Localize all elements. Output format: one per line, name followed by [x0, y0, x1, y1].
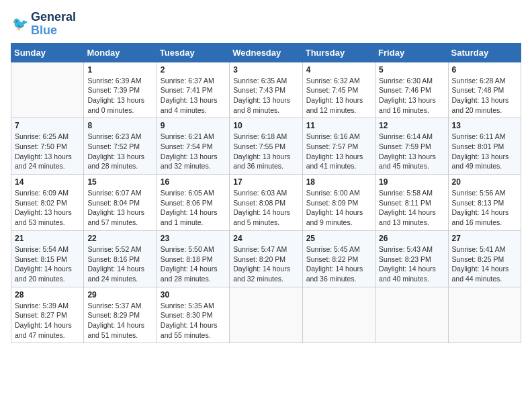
calendar-cell: 22Sunrise: 5:52 AM Sunset: 8:16 PM Dayli…: [84, 230, 157, 287]
day-number: 19: [379, 177, 444, 187]
calendar-cell: [375, 287, 448, 343]
day-info: Sunrise: 5:37 AM Sunset: 8:29 PM Dayligh…: [87, 301, 152, 340]
day-number: 27: [452, 234, 517, 243]
day-info: Sunrise: 6:30 AM Sunset: 7:46 PM Dayligh…: [379, 76, 444, 116]
day-number: 23: [161, 234, 226, 243]
day-info: Sunrise: 6:37 AM Sunset: 7:41 PM Dayligh…: [161, 76, 226, 116]
weekday-header-row: SundayMondayTuesdayWednesdayThursdayFrid…: [11, 43, 521, 62]
logo-icon: 🐦: [12, 15, 31, 34]
svg-text:🐦: 🐦: [12, 15, 29, 31]
day-number: 29: [87, 290, 152, 300]
day-number: 1: [87, 65, 152, 75]
day-number: 4: [306, 65, 371, 75]
day-info: Sunrise: 5:45 AM Sunset: 8:22 PM Dayligh…: [306, 244, 371, 284]
day-info: Sunrise: 6:35 AM Sunset: 7:43 PM Dayligh…: [233, 76, 298, 116]
calendar-cell: 4Sunrise: 6:32 AM Sunset: 7:45 PM Daylig…: [302, 62, 375, 118]
calendar-cell: 1Sunrise: 6:39 AM Sunset: 7:39 PM Daylig…: [84, 62, 157, 118]
calendar-cell: [230, 287, 302, 343]
day-number: 10: [233, 121, 298, 130]
calendar-cell: 13Sunrise: 6:11 AM Sunset: 8:01 PM Dayli…: [448, 118, 521, 175]
weekday-header-thursday: Thursday: [302, 43, 375, 62]
day-number: 11: [306, 121, 371, 130]
calendar-cell: 29Sunrise: 5:37 AM Sunset: 8:29 PM Dayli…: [84, 287, 157, 343]
logo: 🐦 GeneralBlue: [11, 11, 76, 38]
day-info: Sunrise: 6:03 AM Sunset: 8:08 PM Dayligh…: [233, 188, 298, 228]
day-number: 24: [233, 234, 298, 243]
calendar-cell: 8Sunrise: 6:23 AM Sunset: 7:52 PM Daylig…: [84, 118, 157, 175]
day-number: 22: [87, 234, 152, 243]
calendar-cell: 28Sunrise: 5:39 AM Sunset: 8:27 PM Dayli…: [11, 287, 84, 343]
day-info: Sunrise: 5:47 AM Sunset: 8:20 PM Dayligh…: [233, 244, 298, 284]
day-number: 12: [379, 121, 444, 130]
day-number: 20: [452, 177, 517, 187]
calendar-cell: 11Sunrise: 6:16 AM Sunset: 7:57 PM Dayli…: [302, 118, 375, 175]
day-info: Sunrise: 6:09 AM Sunset: 8:02 PM Dayligh…: [15, 188, 80, 228]
calendar-week-row: 14Sunrise: 6:09 AM Sunset: 8:02 PM Dayli…: [11, 175, 521, 231]
day-number: 21: [15, 234, 80, 243]
day-number: 30: [161, 290, 226, 300]
day-number: 18: [306, 177, 371, 187]
calendar-cell: 18Sunrise: 6:00 AM Sunset: 8:09 PM Dayli…: [302, 175, 375, 231]
day-number: 2: [161, 65, 226, 75]
day-number: 7: [15, 121, 80, 130]
day-info: Sunrise: 5:39 AM Sunset: 8:27 PM Dayligh…: [15, 301, 80, 340]
day-info: Sunrise: 6:18 AM Sunset: 7:55 PM Dayligh…: [233, 132, 298, 171]
calendar-week-row: 7Sunrise: 6:25 AM Sunset: 7:50 PM Daylig…: [11, 118, 521, 175]
day-number: 5: [379, 65, 444, 75]
weekday-header-saturday: Saturday: [448, 43, 521, 62]
day-number: 9: [161, 121, 226, 130]
weekday-header-monday: Monday: [84, 43, 157, 62]
calendar-cell: 23Sunrise: 5:50 AM Sunset: 8:18 PM Dayli…: [157, 230, 229, 287]
day-info: Sunrise: 6:21 AM Sunset: 7:54 PM Dayligh…: [161, 132, 226, 171]
day-number: 13: [452, 121, 517, 130]
calendar-cell: 2Sunrise: 6:37 AM Sunset: 7:41 PM Daylig…: [157, 62, 229, 118]
day-info: Sunrise: 5:50 AM Sunset: 8:18 PM Dayligh…: [161, 244, 226, 284]
calendar-cell: 10Sunrise: 6:18 AM Sunset: 7:55 PM Dayli…: [230, 118, 302, 175]
day-number: 25: [306, 234, 371, 243]
day-info: Sunrise: 5:58 AM Sunset: 8:11 PM Dayligh…: [379, 188, 444, 228]
day-info: Sunrise: 6:16 AM Sunset: 7:57 PM Dayligh…: [306, 132, 371, 171]
calendar-cell: 26Sunrise: 5:43 AM Sunset: 8:23 PM Dayli…: [375, 230, 448, 287]
calendar-cell: 3Sunrise: 6:35 AM Sunset: 7:43 PM Daylig…: [230, 62, 302, 118]
day-info: Sunrise: 5:41 AM Sunset: 8:25 PM Dayligh…: [452, 244, 517, 284]
day-info: Sunrise: 6:39 AM Sunset: 7:39 PM Dayligh…: [87, 76, 152, 116]
day-number: 6: [452, 65, 517, 75]
day-info: Sunrise: 5:56 AM Sunset: 8:13 PM Dayligh…: [452, 188, 517, 228]
day-number: 3: [233, 65, 298, 75]
weekday-header-tuesday: Tuesday: [157, 43, 229, 62]
calendar-week-row: 21Sunrise: 5:54 AM Sunset: 8:15 PM Dayli…: [11, 230, 521, 287]
weekday-header-wednesday: Wednesday: [230, 43, 302, 62]
calendar-cell: 6Sunrise: 6:28 AM Sunset: 7:48 PM Daylig…: [448, 62, 521, 118]
day-info: Sunrise: 6:07 AM Sunset: 8:04 PM Dayligh…: [87, 188, 152, 228]
calendar-cell: 20Sunrise: 5:56 AM Sunset: 8:13 PM Dayli…: [448, 175, 521, 231]
logo-text: GeneralBlue: [31, 11, 76, 38]
day-number: 17: [233, 177, 298, 187]
calendar-cell: 12Sunrise: 6:14 AM Sunset: 7:59 PM Dayli…: [375, 118, 448, 175]
calendar-cell: 15Sunrise: 6:07 AM Sunset: 8:04 PM Dayli…: [84, 175, 157, 231]
day-info: Sunrise: 5:52 AM Sunset: 8:16 PM Dayligh…: [87, 244, 152, 284]
day-number: 26: [379, 234, 444, 243]
day-info: Sunrise: 6:25 AM Sunset: 7:50 PM Dayligh…: [15, 132, 80, 171]
calendar-cell: 27Sunrise: 5:41 AM Sunset: 8:25 PM Dayli…: [448, 230, 521, 287]
day-info: Sunrise: 6:28 AM Sunset: 7:48 PM Dayligh…: [452, 76, 517, 116]
calendar-cell: 7Sunrise: 6:25 AM Sunset: 7:50 PM Daylig…: [11, 118, 84, 175]
day-info: Sunrise: 6:14 AM Sunset: 7:59 PM Dayligh…: [379, 132, 444, 171]
day-info: Sunrise: 5:54 AM Sunset: 8:15 PM Dayligh…: [15, 244, 80, 284]
calendar-table: SundayMondayTuesdayWednesdayThursdayFrid…: [11, 43, 521, 344]
calendar-cell: [448, 287, 521, 343]
calendar-cell: 17Sunrise: 6:03 AM Sunset: 8:08 PM Dayli…: [230, 175, 302, 231]
calendar-cell: 19Sunrise: 5:58 AM Sunset: 8:11 PM Dayli…: [375, 175, 448, 231]
calendar-cell: 16Sunrise: 6:05 AM Sunset: 8:06 PM Dayli…: [157, 175, 229, 231]
day-number: 28: [15, 290, 80, 300]
day-info: Sunrise: 6:23 AM Sunset: 7:52 PM Dayligh…: [87, 132, 152, 171]
day-info: Sunrise: 6:00 AM Sunset: 8:09 PM Dayligh…: [306, 188, 371, 228]
calendar-cell: 24Sunrise: 5:47 AM Sunset: 8:20 PM Dayli…: [230, 230, 302, 287]
calendar-cell: 30Sunrise: 5:35 AM Sunset: 8:30 PM Dayli…: [157, 287, 229, 343]
day-number: 15: [87, 177, 152, 187]
calendar-week-row: 1Sunrise: 6:39 AM Sunset: 7:39 PM Daylig…: [11, 62, 521, 118]
calendar-cell: [302, 287, 375, 343]
weekday-header-sunday: Sunday: [11, 43, 84, 62]
day-info: Sunrise: 5:43 AM Sunset: 8:23 PM Dayligh…: [379, 244, 444, 284]
day-info: Sunrise: 6:05 AM Sunset: 8:06 PM Dayligh…: [161, 188, 226, 228]
calendar-cell: 9Sunrise: 6:21 AM Sunset: 7:54 PM Daylig…: [157, 118, 229, 175]
